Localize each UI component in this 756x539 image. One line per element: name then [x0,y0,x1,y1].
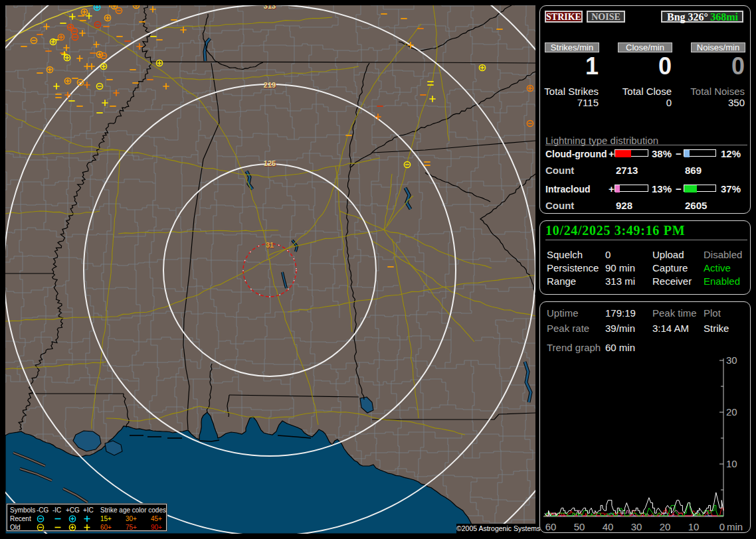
svg-text:50: 50 [574,521,585,532]
svg-text:10: 10 [726,458,737,469]
svg-text:60: 60 [545,521,557,532]
svg-text:0: 0 [719,521,725,532]
svg-text:20: 20 [726,406,737,418]
svg-text:313: 313 [264,5,276,10]
svg-text:30: 30 [631,521,642,532]
svg-text:31: 31 [266,241,274,249]
svg-text:30: 30 [726,354,737,366]
svg-text:10: 10 [688,521,700,532]
svg-text:125: 125 [264,159,276,167]
svg-text:219: 219 [264,81,276,89]
svg-text:40: 40 [603,521,614,532]
svg-text:min: min [727,521,743,532]
svg-text:20: 20 [660,521,671,532]
